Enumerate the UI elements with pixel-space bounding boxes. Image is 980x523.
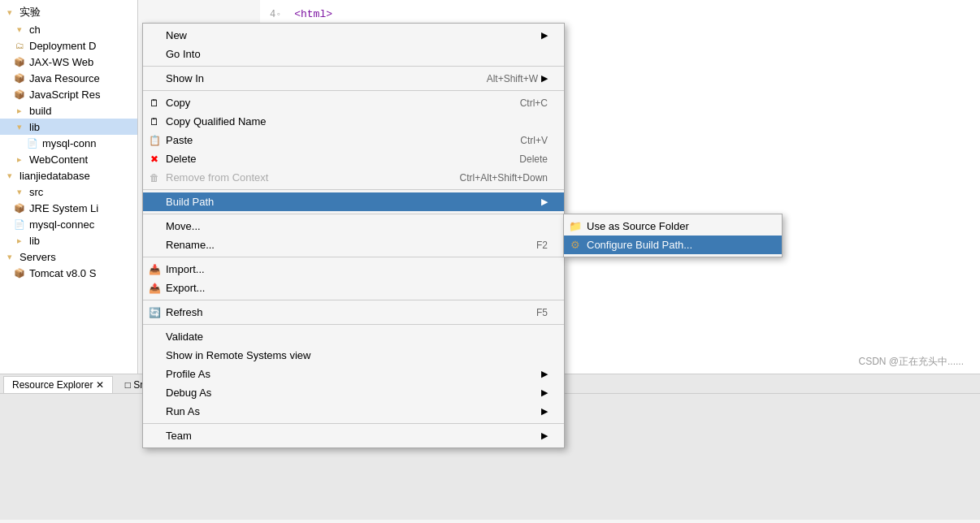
tree-item-lib[interactable]: ▾ lib (0, 119, 137, 135)
menu-item-show-in[interactable]: Show In Alt+Shift+W ▶ (143, 69, 564, 88)
tree-item-label: mysql-connec (29, 218, 94, 231)
copy-qualified-icon: 🗒 (148, 115, 161, 128)
menu-item-go-into[interactable]: Go Into (143, 45, 564, 63)
menu-item-label: Debug As (166, 387, 211, 399)
folder-icon: ▸ (13, 104, 26, 117)
menu-separator (143, 257, 564, 257)
menu-item-label: Paste (166, 134, 193, 146)
tree-item-lianjiedatabase[interactable]: ▾ lianjiedatabase (0, 167, 137, 184)
configure-build-icon: ⚙ (569, 239, 582, 252)
shortcut-label: F2 (536, 240, 548, 251)
tree-item-label: Deployment D (29, 40, 96, 52)
sidebar: ▾ 实验 ▾ ch 🗂 Deployment D 📦 JAX-WS Web 📦 … (0, 0, 138, 374)
import-icon: 📥 (148, 263, 161, 276)
tree-item-java-resource[interactable]: 📦 Java Resource (0, 70, 137, 86)
folder-icon: ▾ (13, 23, 26, 36)
tree-item-servers[interactable]: ▾ Servers (0, 249, 137, 265)
tree-item-src[interactable]: ▾ src (0, 184, 137, 200)
remove-icon: 🗑 (148, 171, 161, 184)
package-icon: 📦 (13, 88, 26, 101)
menu-item-copy[interactable]: 🗒 Copy Ctrl+C (143, 93, 564, 112)
code-line-4: 4◦ <html> (270, 6, 970, 23)
tree-item-ch[interactable]: ▾ ch (0, 21, 137, 37)
menu-item-copy-qualified[interactable]: 🗒 Copy Qualified Name (143, 112, 564, 131)
tree-item-label: Tomcat v8.0 S (29, 267, 96, 279)
menu-item-debug-as[interactable]: Debug As ▶ (143, 383, 564, 402)
tree-item-deployment[interactable]: 🗂 Deployment D (0, 37, 137, 54)
menu-item-label: Copy Qualified Name (166, 115, 267, 128)
menu-item-refresh[interactable]: 🔄 Refresh F5 (143, 303, 564, 322)
menu-item-run-as[interactable]: Run As ▶ (143, 402, 564, 421)
tree-item-label: JavaScript Res (29, 89, 100, 101)
code-tag: <html> (294, 8, 332, 20)
menu-separator (143, 214, 564, 214)
folder-icon: ▸ (13, 234, 26, 247)
tree-item-js-resource[interactable]: 📦 JavaScript Res (0, 86, 137, 102)
menu-item-build-path[interactable]: Build Path ▶ (143, 192, 564, 211)
folder-icon: ▾ (3, 6, 16, 19)
menu-item-label: Move... (166, 220, 201, 232)
shortcut-label: F5 (536, 307, 548, 318)
tree-item-label: lianjiedatabase (20, 170, 90, 182)
submenu-arrow-icon: ▶ (541, 197, 548, 207)
tree-item-webcontent[interactable]: ▸ WebContent (0, 151, 137, 167)
tree-item-label: mysql-conn (42, 137, 96, 149)
tree-item-label: lib (29, 235, 40, 247)
tree-item-label: JRE System Li (29, 202, 98, 214)
menu-item-label: Build Path (166, 196, 214, 208)
menu-item-new[interactable]: New ▶ (143, 26, 564, 45)
menu-item-rename[interactable]: Rename... F2 (143, 236, 564, 254)
submenu-arrow-icon: ▶ (541, 369, 548, 379)
watermark: CSDN @正在充头中...... (858, 355, 964, 369)
refresh-icon: 🔄 (148, 306, 161, 319)
tree-item-jre[interactable]: 📦 JRE System Li (0, 200, 137, 216)
tree-item-label: WebContent (29, 153, 88, 166)
menu-item-team[interactable]: Team ▶ (143, 426, 564, 445)
menu-item-show-remote[interactable]: Show in Remote Systems view (143, 346, 564, 365)
menu-item-label: New (166, 29, 187, 41)
menu-item-label: Go Into (166, 48, 201, 60)
shortcut-label: Ctrl+V (520, 135, 548, 146)
menu-item-paste[interactable]: 📋 Paste Ctrl+V (143, 131, 564, 149)
tab-resource-explorer[interactable]: Resource Explorer ✕ (3, 376, 113, 393)
tree-item-mysql-connec[interactable]: 📄 mysql-connec (0, 216, 137, 232)
submenu-arrow-icon: ▶ (541, 73, 548, 84)
jar-icon: 📄 (26, 136, 39, 149)
menu-item-export[interactable]: 📤 Export... (143, 279, 564, 297)
package-icon: 📦 (13, 201, 26, 214)
menu-item-import[interactable]: 📥 Import... (143, 260, 564, 279)
shortcut-label: Delete (519, 153, 548, 165)
shortcut-label: Alt+Shift+W (487, 73, 538, 84)
folder-icon: ▸ (13, 153, 26, 166)
menu-separator (143, 324, 564, 325)
tree-item-lib2[interactable]: ▸ lib (0, 232, 137, 249)
menu-item-move[interactable]: Move... (143, 217, 564, 236)
menu-item-remove-context[interactable]: 🗑 Remove from Context Ctrl+Alt+Shift+Dow… (143, 168, 564, 187)
jar-icon: 🗂 (13, 39, 26, 52)
menu-item-profile-as[interactable]: Profile As ▶ (143, 365, 564, 383)
export-icon: 📤 (148, 282, 161, 295)
menu-item-label: Copy (166, 97, 190, 109)
submenu-arrow-icon: ▶ (541, 406, 548, 417)
menu-item-validate[interactable]: Validate (143, 327, 564, 346)
submenu-item-use-as-source[interactable]: 📁 Use as Source Folder (564, 217, 782, 236)
tree-item-label: lib (29, 121, 40, 133)
shortcut-label: Ctrl+C (520, 97, 548, 109)
tree-item-root[interactable]: ▾ 实验 (0, 3, 137, 21)
copy-icon: 🗒 (148, 97, 161, 110)
tree-item-build[interactable]: ▸ build (0, 102, 137, 119)
menu-separator (143, 423, 564, 424)
shortcut-label: Ctrl+Alt+Shift+Down (460, 172, 548, 184)
line-number: 4◦ (270, 9, 281, 20)
tree-item-mysql-conn[interactable]: 📄 mysql-conn (0, 135, 137, 151)
menu-item-label: Profile As (166, 368, 210, 380)
menu-item-delete[interactable]: ✖ Delete Delete (143, 149, 564, 168)
delete-icon: ✖ (148, 153, 161, 166)
folder-icon: ▾ (3, 250, 16, 263)
tree-item-jaxws[interactable]: 📦 JAX-WS Web (0, 54, 137, 70)
menu-item-label: Team (166, 430, 192, 442)
menu-item-label: Show in Remote Systems view (166, 349, 310, 361)
tree-item-label: build (29, 105, 51, 117)
submenu-item-configure-build[interactable]: ⚙ Configure Build Path... (564, 236, 782, 254)
tree-item-tomcat[interactable]: 📦 Tomcat v8.0 S (0, 265, 137, 281)
